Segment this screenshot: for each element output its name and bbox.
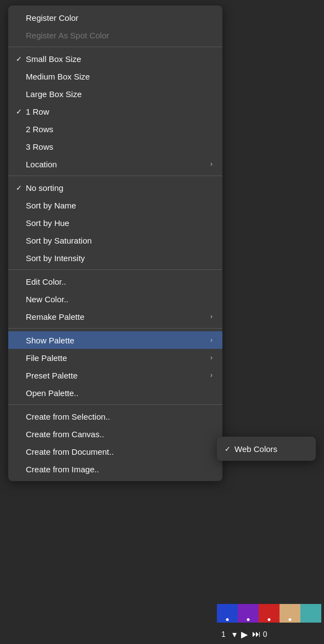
arrow-location: › xyxy=(210,160,213,168)
menu-item-file-palette[interactable]: File Palette› xyxy=(8,349,222,366)
menu-item-location[interactable]: Location› xyxy=(8,155,222,173)
submenu-label-web-colors: Web Colors xyxy=(234,444,277,454)
context-menu: Register ColorRegister As Spot Color✓Sma… xyxy=(8,5,222,481)
menu-item-create-from-image[interactable]: Create from Image.. xyxy=(8,460,222,478)
label-sort-by-saturation: Sort by Saturation xyxy=(26,236,213,245)
menu-item-create-from-document[interactable]: Create from Document.. xyxy=(8,443,222,460)
menu-item-3-rows[interactable]: 3 Rows xyxy=(8,138,222,155)
label-open-palette: Open Palette.. xyxy=(26,388,213,398)
menu-item-create-from-canvas[interactable]: Create from Canvas.. xyxy=(8,425,222,443)
dropdown-btn[interactable]: ▾ xyxy=(232,629,237,640)
step-btn[interactable]: ⏭ xyxy=(252,629,261,639)
label-large-box-size: Large Box Size xyxy=(26,89,213,99)
menu-item-register-color[interactable]: Register Color xyxy=(8,9,222,26)
arrow-file-palette: › xyxy=(210,354,213,361)
separator xyxy=(8,404,222,405)
label-create-from-canvas: Create from Canvas.. xyxy=(26,430,213,439)
color-swatches xyxy=(217,602,324,624)
label-create-from-selection: Create from Selection.. xyxy=(26,412,213,421)
show-palette-submenu: ✓Web Colors xyxy=(217,437,316,461)
swatch-purple[interactable] xyxy=(238,604,259,623)
arrow-show-palette: › xyxy=(210,336,213,344)
check-1-row: ✓ xyxy=(16,108,26,116)
label-medium-box-size: Medium Box Size xyxy=(26,72,213,81)
label-small-box-size: Small Box Size xyxy=(26,54,213,64)
transport-bar: 1 ▾ ▶ ⏭ 0 xyxy=(217,624,324,644)
menu-item-small-box-size[interactable]: ✓Small Box Size xyxy=(8,50,222,67)
separator xyxy=(8,47,222,47)
label-file-palette: File Palette xyxy=(26,353,210,363)
label-new-color: New Color.. xyxy=(26,295,213,304)
frame-count: 0 xyxy=(263,630,267,639)
bottom-bar: 1 ▾ ▶ ⏭ 0 xyxy=(0,589,324,644)
menu-item-register-spot-color[interactable]: Register As Spot Color xyxy=(8,26,222,44)
menu-item-2-rows[interactable]: 2 Rows xyxy=(8,120,222,138)
label-create-from-document: Create from Document.. xyxy=(26,447,213,456)
label-sort-by-intensity: Sort by Intensity xyxy=(26,253,213,263)
submenu-check-web-colors: ✓ xyxy=(225,445,234,453)
label-1-row: 1 Row xyxy=(26,107,213,116)
separator xyxy=(8,176,222,176)
menu-item-open-palette[interactable]: Open Palette.. xyxy=(8,384,222,402)
menu-item-1-row[interactable]: ✓1 Row xyxy=(8,103,222,120)
label-sort-by-name: Sort by Name xyxy=(26,201,213,210)
swatch-red[interactable] xyxy=(259,604,280,623)
swatch-blue[interactable] xyxy=(217,604,238,623)
label-location: Location xyxy=(26,160,210,169)
label-register-spot-color: Register As Spot Color xyxy=(26,31,213,40)
menu-item-sort-by-intensity[interactable]: Sort by Intensity xyxy=(8,249,222,267)
menu-item-sort-by-saturation[interactable]: Sort by Saturation xyxy=(8,231,222,249)
check-no-sorting: ✓ xyxy=(16,184,26,192)
menu-item-edit-color[interactable]: Edit Color.. xyxy=(8,273,222,290)
label-3-rows: 3 Rows xyxy=(26,142,213,151)
label-2-rows: 2 Rows xyxy=(26,125,213,134)
menu-item-no-sorting[interactable]: ✓No sorting xyxy=(8,179,222,196)
menu-item-create-from-selection[interactable]: Create from Selection.. xyxy=(8,408,222,425)
separator xyxy=(8,269,222,270)
menu-item-large-box-size[interactable]: Large Box Size xyxy=(8,85,222,103)
label-show-palette: Show Palette xyxy=(26,336,210,345)
label-register-color: Register Color xyxy=(26,13,213,22)
frame-number: 1 xyxy=(221,630,226,639)
submenu-item-web-colors[interactable]: ✓Web Colors xyxy=(217,440,316,457)
menu-item-preset-palette[interactable]: Preset Palette› xyxy=(8,366,222,384)
label-create-from-image: Create from Image.. xyxy=(26,465,213,474)
play-btn[interactable]: ▶ xyxy=(241,629,248,640)
menu-item-show-palette[interactable]: Show Palette› xyxy=(8,331,222,349)
label-edit-color: Edit Color.. xyxy=(26,277,213,286)
label-no-sorting: No sorting xyxy=(26,183,213,193)
swatch-tan[interactable] xyxy=(280,604,300,623)
swatch-teal[interactable] xyxy=(300,604,321,623)
arrow-remake-palette: › xyxy=(210,313,213,320)
label-sort-by-hue: Sort by Hue xyxy=(26,218,213,228)
menu-item-medium-box-size[interactable]: Medium Box Size xyxy=(8,67,222,85)
menu-item-sort-by-name[interactable]: Sort by Name xyxy=(8,196,222,214)
menu-item-remake-palette[interactable]: Remake Palette› xyxy=(8,308,222,325)
arrow-preset-palette: › xyxy=(210,371,213,379)
label-remake-palette: Remake Palette xyxy=(26,312,210,321)
check-small-box-size: ✓ xyxy=(16,55,26,63)
label-preset-palette: Preset Palette xyxy=(26,371,210,380)
menu-item-sort-by-hue[interactable]: Sort by Hue xyxy=(8,214,222,231)
separator xyxy=(8,328,222,329)
menu-item-new-color[interactable]: New Color.. xyxy=(8,290,222,308)
